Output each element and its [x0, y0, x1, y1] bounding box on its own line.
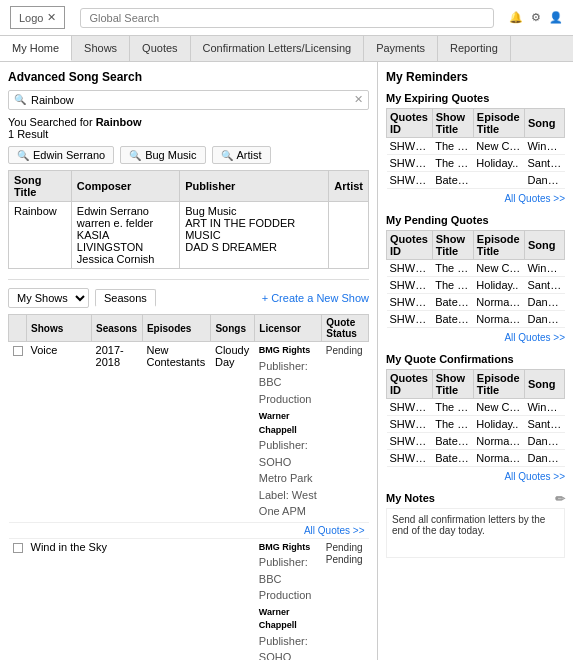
filter-composer[interactable]: 🔍 Edwin Serrano [8, 146, 114, 164]
divider [8, 279, 369, 280]
table-row[interactable]: SHW021Bates MotelNorman..Dance with me [387, 433, 565, 450]
expiring-quotes-section: My Expiring Quotes Quotes ID Show Title … [386, 92, 565, 204]
shows-tree-table: Shows Seasons Episodes Songs Licensor Qu… [8, 314, 369, 660]
search-clear-icon[interactable]: ✕ [354, 93, 363, 106]
logo: Logo ✕ [10, 6, 65, 29]
song-licensor-wind: BMG Rights Publisher: BBC Production War… [255, 538, 322, 660]
col-shows: Shows [27, 315, 92, 342]
show-status-voice: Pending [322, 342, 369, 523]
logo-text: Logo [19, 12, 43, 24]
eq-col-1: Show Title [432, 109, 473, 138]
col-song-title: Song Title [9, 171, 72, 202]
search-icon-small2: 🔍 [129, 150, 141, 161]
table-row[interactable]: SHW021Bates MotelNorman..Dance with me [387, 294, 565, 311]
expiring-quotes-table: Quotes ID Show Title Episode Title Song … [386, 108, 565, 189]
col-publisher: Publisher [180, 171, 329, 202]
table-row[interactable]: SHW021Bates MotelNorman..Dance with me [387, 450, 565, 467]
left-panel: Advanced Song Search 🔍 ✕ You Searched fo… [0, 62, 378, 660]
gear-icon[interactable]: ⚙ [531, 11, 541, 24]
song-title-cell: Rainbow [9, 202, 72, 269]
eq-col-3: Song [524, 109, 564, 138]
pencil-icon[interactable]: ✏ [555, 492, 565, 506]
notes-section: My Notes ✏ Send all confirmation letters… [386, 492, 565, 558]
show-episodes-voice: New Contestants [142, 342, 211, 523]
qc-col-3: Song [524, 370, 564, 399]
nav-my-home[interactable]: My Home [0, 36, 72, 61]
checkbox-wind[interactable] [13, 543, 23, 553]
table-row[interactable]: SHW022The VoiceNew ContestWind in De.. [387, 260, 565, 277]
confirmations-all-quotes-link[interactable]: All Quotes >> [386, 471, 565, 482]
filter-artist[interactable]: 🔍 Artist [212, 146, 271, 164]
expiring-all-quotes-link[interactable]: All Quotes >> [386, 193, 565, 204]
table-row[interactable]: SHW021The Late N..Holiday..Santa's.. [387, 155, 565, 172]
global-search-input[interactable] [80, 8, 494, 28]
user-icon[interactable]: 👤 [549, 11, 563, 24]
search-icon-small3: 🔍 [221, 150, 233, 161]
checkbox-voice[interactable] [13, 346, 23, 356]
all-quotes-row-1: All Quotes >> [9, 522, 369, 538]
col-artist: Artist [329, 171, 369, 202]
table-row[interactable]: SHW021Bates MotelDance with me [387, 172, 565, 189]
artist-cell [329, 202, 369, 269]
pending-all-quotes-link[interactable]: All Quotes >> [386, 332, 565, 343]
advanced-search-title: Advanced Song Search [8, 70, 369, 84]
nav-payments[interactable]: Payments [364, 36, 438, 61]
quote-confirmations-section: My Quote Confirmations Quotes ID Show Ti… [386, 353, 565, 482]
show-name-voice: Voice [27, 342, 92, 523]
nav-shows[interactable]: Shows [72, 36, 130, 61]
table-row[interactable]: SHW021The Late N..Holiday..Santa's.. [387, 416, 565, 433]
show-licensor-voice: BMG Rights Publisher: BBC Production War… [255, 342, 322, 523]
song-search-wrap: 🔍 ✕ [8, 90, 369, 110]
bell-icon[interactable]: 🔔 [509, 11, 523, 24]
pq-col-2: Episode Title [473, 231, 524, 260]
pq-col-1: Show Title [432, 231, 473, 260]
qc-col-0: Quotes ID [387, 370, 433, 399]
col-songs: Songs [211, 315, 255, 342]
show-songs-voice: Cloudy Day [211, 342, 255, 523]
quote-confirmations-title: My Quote Confirmations [386, 353, 565, 365]
col-quote-status: Quote Status [322, 315, 369, 342]
composer-cell: Edwin Serrano warren e. felder KASIA LIV… [71, 202, 179, 269]
col-seasons: Seasons [92, 315, 143, 342]
search-icon: 🔍 [14, 94, 26, 105]
nav-confirmation[interactable]: Confirmation Letters/Licensing [191, 36, 365, 61]
qc-col-1: Show Title [432, 370, 473, 399]
table-row[interactable]: SHW022The VoiceNew ContestWind in Da.. [387, 138, 565, 155]
notes-title: My Notes ✏ [386, 492, 565, 504]
eq-col-0: Quotes ID [387, 109, 433, 138]
col-licensor: Licensor [255, 315, 322, 342]
nav-reporting[interactable]: Reporting [438, 36, 511, 61]
all-quotes-link-1[interactable]: All Quotes >> [259, 525, 365, 536]
qc-col-2: Episode Title [473, 370, 524, 399]
song-row-wind[interactable]: Wind in the Sky BMG Rights Publisher: BB… [9, 538, 369, 660]
col-episodes: Episodes [142, 315, 211, 342]
pq-col-3: Song [524, 231, 564, 260]
nav: My Home Shows Quotes Confirmation Letter… [0, 36, 573, 62]
pending-quotes-section: My Pending Quotes Quotes ID Show Title E… [386, 214, 565, 343]
filter-row: 🔍 Edwin Serrano 🔍 Bug Music 🔍 Artist [8, 146, 369, 164]
pq-col-0: Quotes ID [387, 231, 433, 260]
publisher-cell: Bug Music ART IN THE FODDER MUSIC DAD S … [180, 202, 329, 269]
table-row[interactable]: SHW021Bates MotelNorman..Dance with me [387, 311, 565, 328]
seasons-tab-button[interactable]: Seasons [95, 289, 156, 307]
table-row[interactable]: SHW021The Late N..Holiday..Santa's.. [387, 277, 565, 294]
header: Logo ✕ 🔔 ⚙ 👤 [0, 0, 573, 36]
reminders-title: My Reminders [386, 70, 565, 84]
show-seasons-voice: 2017-2018 [92, 342, 143, 523]
right-panel: My Reminders My Expiring Quotes Quotes I… [378, 62, 573, 660]
search-result-text: You Searched for Rainbow 1 Result [8, 116, 369, 140]
song-search-input[interactable] [8, 90, 369, 110]
create-new-show-link[interactable]: + Create a New Show [262, 292, 369, 304]
my-shows-select[interactable]: My Shows [8, 288, 89, 308]
nav-quotes[interactable]: Quotes [130, 36, 190, 61]
show-row-voice[interactable]: Voice 2017-2018 New Contestants Cloudy D… [9, 342, 369, 523]
expiring-quotes-title: My Expiring Quotes [386, 92, 565, 104]
pending-quotes-title: My Pending Quotes [386, 214, 565, 226]
filter-publisher[interactable]: 🔍 Bug Music [120, 146, 205, 164]
confirmations-table: Quotes ID Show Title Episode Title Song … [386, 369, 565, 467]
table-row[interactable]: Rainbow Edwin Serrano warren e. felder K… [9, 202, 369, 269]
main: Advanced Song Search 🔍 ✕ You Searched fo… [0, 62, 573, 660]
table-row[interactable]: SHW022The VoiceNew ContestWind in De.. [387, 399, 565, 416]
pending-quotes-table: Quotes ID Show Title Episode Title Song … [386, 230, 565, 328]
song-results-table: Song Title Composer Publisher Artist Rai… [8, 170, 369, 269]
